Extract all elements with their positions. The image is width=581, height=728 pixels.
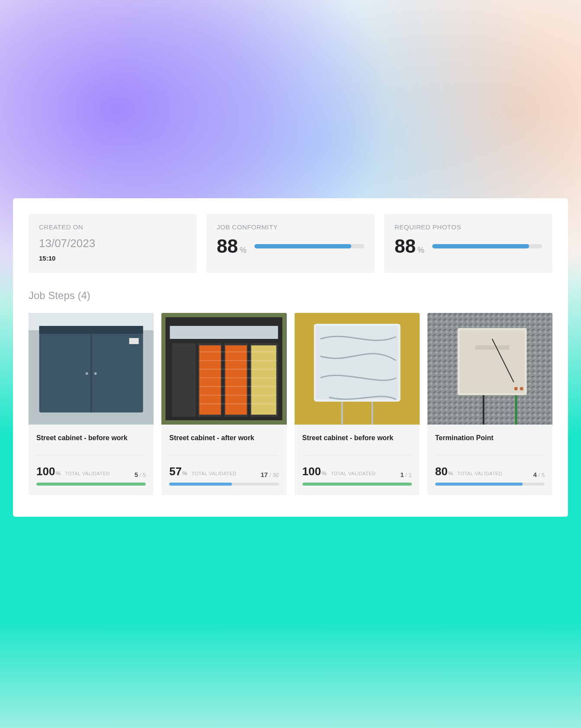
created-date: 13/07/2023 [39,237,186,250]
svg-rect-3 [39,326,143,334]
svg-point-5 [86,372,88,375]
pct-symbol: % [182,470,187,477]
photos-value: 88 [395,235,416,257]
job-panel: CREATED ON 13/07/2023 15:10 JOB CONFORMI… [13,198,568,517]
photos-value-wrap: 88% [395,237,424,256]
step-thumbnail [427,313,552,425]
step-thumbnail [29,313,154,425]
step-thumbnail [295,313,420,425]
svg-point-36 [514,387,517,390]
metric-card-created: CREATED ON 13/07/2023 15:10 [29,214,197,273]
divider [435,455,545,455]
divider [169,455,279,455]
step-progress-fill [435,483,523,486]
step-count-done: 4 [533,471,537,478]
step-card[interactable]: Street cabinet - after work 57% TOTAL VA… [161,313,286,495]
svg-rect-17 [251,345,276,415]
steps-row: Street cabinet - before work 100% TOTAL … [29,313,552,495]
svg-point-6 [94,372,97,375]
conformity-value: 88 [217,235,238,257]
step-progress-fill [302,483,412,486]
step-title: Street cabinet - before work [36,434,146,442]
pct-symbol: % [448,470,453,477]
section-heading-job-steps: Job Steps (4) [29,290,552,302]
step-card[interactable]: Street cabinet - before work 100% TOTAL … [295,313,420,495]
step-title: Termination Point [435,434,545,442]
step-card[interactable]: Street cabinet - before work 100% TOTAL … [29,313,154,495]
pct-symbol: % [55,470,61,477]
total-validated-label: TOTAL VALIDATED [192,471,237,476]
step-thumbnail [161,313,286,425]
step-card[interactable]: Termination Point 80% TOTAL VALIDATED 4 … [427,313,552,495]
step-progress-fill [36,483,146,486]
metrics-row: CREATED ON 13/07/2023 15:10 JOB CONFORMI… [29,214,552,273]
step-progress-bar [302,483,412,486]
metric-card-conformity: JOB CONFORMITY 88% [206,214,375,273]
step-percent-value: 57 [169,465,182,478]
step-count-done: 1 [400,471,404,478]
total-validated-label: TOTAL VALIDATED [457,471,502,476]
step-count: 5 / 5 [135,471,146,478]
step-progress-fill [169,483,231,486]
step-count-total: 5 [143,472,146,478]
divider [302,455,412,455]
svg-rect-11 [172,343,196,417]
photos-progress-bar [432,244,542,248]
pct-symbol: % [417,246,424,254]
metric-label-created: CREATED ON [39,223,186,231]
svg-rect-10 [170,326,278,339]
svg-rect-15 [199,345,221,415]
conformity-progress-fill [254,244,351,248]
step-progress-bar [435,483,545,486]
metric-label-conformity: JOB CONFORMITY [217,223,364,231]
step-percent-value: 100 [302,465,321,478]
conformity-value-wrap: 88% [217,237,247,256]
step-progress-bar [169,483,279,486]
svg-rect-16 [225,345,247,415]
svg-rect-35 [475,345,509,350]
step-count: 17 / 30 [261,471,279,478]
step-count-done: 17 [261,471,268,478]
divider [36,455,146,455]
step-count: 1 / 1 [400,471,411,478]
pct-symbol: % [321,470,327,477]
metric-card-photos: REQUIRED PHOTOS 88% [384,214,552,273]
step-count-done: 5 [135,471,138,478]
step-count-total: 30 [273,472,279,478]
conformity-progress-bar [254,244,364,248]
svg-point-37 [520,387,523,390]
step-count-total: 5 [542,472,545,478]
step-count-total: 1 [409,472,412,478]
step-percent-value: 100 [36,465,55,478]
pct-symbol: % [240,246,247,254]
step-title: Street cabinet - before work [302,434,412,442]
step-percent-value: 80 [435,465,448,478]
step-count: 4 / 5 [533,471,545,478]
step-progress-bar [36,483,146,486]
step-title: Street cabinet - after work [169,434,279,442]
total-validated-label: TOTAL VALIDATED [65,471,110,476]
svg-rect-7 [129,338,139,344]
metric-label-photos: REQUIRED PHOTOS [395,223,542,231]
photos-progress-fill [432,244,529,248]
created-time: 15:10 [39,254,186,262]
total-validated-label: TOTAL VALIDATED [331,471,376,476]
